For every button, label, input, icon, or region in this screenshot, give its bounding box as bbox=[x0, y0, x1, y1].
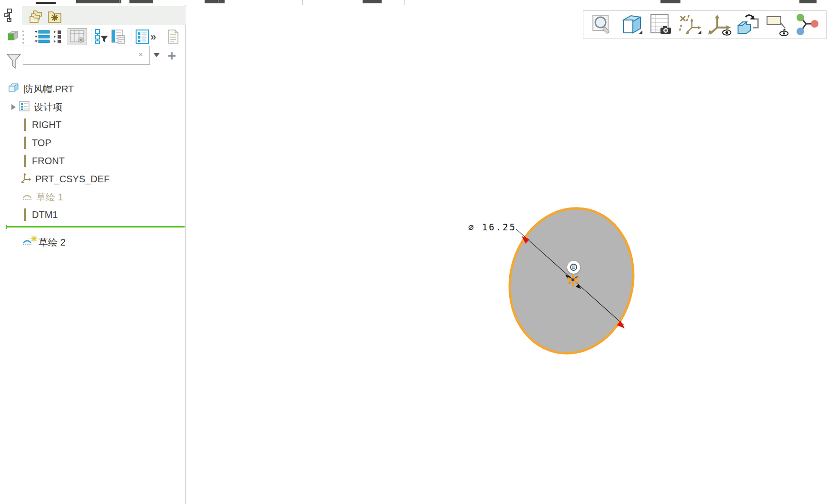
datum-plane-icon bbox=[23, 209, 26, 220]
tree-item-right-plane[interactable]: RIGHT bbox=[0, 116, 185, 133]
insertion-indicator[interactable] bbox=[7, 226, 185, 227]
show-cube-icon[interactable] bbox=[6, 29, 20, 45]
tree-item-sketch-1[interactable]: 草绘 1 bbox=[0, 188, 185, 206]
ribbon-clipped bbox=[0, 0, 837, 5]
constraint-badge bbox=[567, 261, 580, 274]
annotation-display-icon[interactable] bbox=[766, 12, 790, 37]
tree-item-sketch-2[interactable]: ✳ 草绘 2 bbox=[0, 234, 185, 251]
graphics-toolbar bbox=[583, 10, 827, 39]
navigator-tab-band bbox=[22, 6, 186, 25]
csys-icon bbox=[21, 173, 31, 186]
model-tree-icon[interactable] bbox=[4, 8, 18, 24]
tree-item-top-plane[interactable]: TOP bbox=[0, 134, 185, 151]
tree-columns-toggle-pressed[interactable] bbox=[68, 28, 87, 45]
search-clear-icon[interactable]: × bbox=[137, 51, 145, 59]
expand-all-icon[interactable] bbox=[34, 30, 50, 45]
design-items-icon bbox=[19, 100, 30, 114]
collapse-all-icon[interactable] bbox=[53, 30, 67, 45]
grip-dots bbox=[22, 30, 25, 46]
saved-orientations-icon[interactable] bbox=[619, 12, 644, 37]
document-icon[interactable] bbox=[167, 29, 180, 46]
filter-funnel-icon[interactable] bbox=[7, 54, 21, 71]
search-dropdown-arrow[interactable] bbox=[153, 53, 160, 57]
view-manager-icon[interactable] bbox=[649, 12, 673, 37]
tree-item-csys[interactable]: PRT_CSYS_DEF bbox=[0, 170, 185, 188]
settings-list-icon[interactable] bbox=[135, 29, 150, 46]
datum-plane-icon bbox=[23, 138, 26, 148]
navigator-panel: » × + 防风帽.PRT bbox=[0, 5, 186, 504]
datum-plane-icon bbox=[23, 119, 26, 130]
search-add-button[interactable]: + bbox=[166, 50, 178, 62]
tree-filters-icon[interactable] bbox=[94, 29, 108, 46]
tree-item-design-items[interactable]: 设计项 bbox=[0, 99, 185, 116]
circle-center-point[interactable] bbox=[571, 278, 574, 281]
datum-display-filters-icon[interactable] bbox=[678, 12, 702, 37]
tree-search-input[interactable]: × bbox=[23, 46, 150, 65]
folder-browser-icon[interactable] bbox=[29, 9, 44, 26]
part-icon bbox=[8, 82, 20, 96]
spin-center-icon[interactable] bbox=[707, 12, 732, 37]
toolbar-overflow-chevron[interactable]: » bbox=[150, 31, 156, 43]
tree-item-front-plane[interactable]: FRONT bbox=[0, 152, 185, 169]
tree-root-part[interactable]: 防风帽.PRT bbox=[0, 80, 185, 98]
favorites-icon[interactable] bbox=[48, 10, 62, 25]
view-orientation-icon[interactable] bbox=[736, 12, 761, 37]
diameter-dimension-value[interactable]: ∅ 16.25 bbox=[468, 222, 516, 232]
expand-arrow-icon[interactable] bbox=[11, 104, 16, 110]
tree-item-dtm1[interactable]: DTM1 bbox=[0, 206, 185, 223]
datum-plane-icon bbox=[23, 156, 26, 167]
zoom-icon[interactable] bbox=[590, 12, 615, 37]
node-graph-icon[interactable] bbox=[795, 12, 819, 37]
sketch-icon bbox=[22, 191, 32, 203]
new-feature-marker: ✳ bbox=[30, 234, 38, 244]
tree-columns-doc-icon[interactable] bbox=[111, 29, 127, 46]
